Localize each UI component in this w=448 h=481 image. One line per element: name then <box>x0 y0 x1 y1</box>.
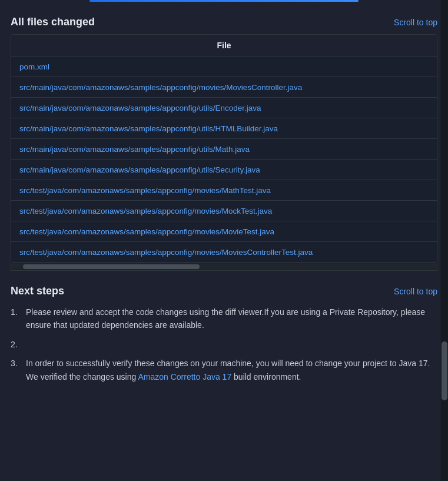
next-steps-content: 1. Please review and accept the code cha… <box>11 306 437 383</box>
next-steps-item-3: 3. In order to successfully verify these… <box>11 357 437 383</box>
list-text-3: In order to successfully verify these ch… <box>26 357 437 383</box>
scrollbar-thumb[interactable] <box>23 264 200 269</box>
list-text-1: Please review and accept the code change… <box>26 306 437 332</box>
scroll-to-top-link-next-steps[interactable]: Scroll to top <box>394 287 437 296</box>
file-link[interactable]: src/test/java/com/amazonaws/samples/appc… <box>19 186 271 195</box>
sidebar-thumb[interactable] <box>442 341 447 400</box>
scrollbar-track <box>11 264 437 269</box>
next-steps-item-1: 1. Please review and accept the code cha… <box>11 306 437 332</box>
next-steps-title: Next steps <box>11 285 64 297</box>
scroll-to-top-link-all-files[interactable]: Scroll to top <box>394 18 437 27</box>
horizontal-scrollbar[interactable] <box>11 263 437 271</box>
file-row[interactable]: src/test/java/com/amazonaws/samples/appc… <box>11 221 437 242</box>
top-progress-bar <box>89 0 359 2</box>
file-link[interactable]: pom.xml <box>19 62 49 71</box>
file-row[interactable]: src/main/java/com/amazonaws/samples/appc… <box>11 139 437 160</box>
list-number-2: 2. <box>11 338 21 351</box>
file-row[interactable]: pom.xml <box>11 57 437 77</box>
file-row[interactable]: src/main/java/com/amazonaws/samples/appc… <box>11 77 437 98</box>
file-link[interactable]: src/main/java/com/amazonaws/samples/appc… <box>19 124 278 133</box>
file-link[interactable]: src/main/java/com/amazonaws/samples/appc… <box>19 104 261 112</box>
file-link[interactable]: src/main/java/com/amazonaws/samples/appc… <box>19 165 260 174</box>
next-steps-list: 1. Please review and accept the code cha… <box>11 306 437 383</box>
file-row[interactable]: src/main/java/com/amazonaws/samples/appc… <box>11 160 437 180</box>
list-number-1: 1. <box>11 306 21 332</box>
next-steps-section: Next steps Scroll to top 1. Please revie… <box>11 285 437 383</box>
page-wrapper: All files changed Scroll to top File pom… <box>0 3 448 401</box>
next-steps-header: Next steps Scroll to top <box>11 285 437 297</box>
file-row[interactable]: src/test/java/com/amazonaws/samples/appc… <box>11 201 437 221</box>
file-link[interactable]: src/test/java/com/amazonaws/samples/appc… <box>19 248 313 257</box>
file-row[interactable]: src/test/java/com/amazonaws/samples/appc… <box>11 242 437 262</box>
all-files-header: All files changed Scroll to top <box>11 9 437 34</box>
file-table-column-header: File <box>11 35 437 57</box>
file-row[interactable]: src/main/java/com/amazonaws/samples/appc… <box>11 98 437 118</box>
file-link[interactable]: src/main/java/com/amazonaws/samples/appc… <box>19 145 250 154</box>
file-rows-container: pom.xmlsrc/main/java/com/amazonaws/sampl… <box>11 57 437 262</box>
file-link[interactable]: src/test/java/com/amazonaws/samples/appc… <box>19 207 272 215</box>
file-table: File pom.xmlsrc/main/java/com/amazonaws/… <box>11 34 437 263</box>
sidebar-scrollbar[interactable] <box>440 0 448 481</box>
file-row[interactable]: src/main/java/com/amazonaws/samples/appc… <box>11 118 437 139</box>
amazon-corretto-link[interactable]: Amazon Corretto Java 17 <box>138 372 231 382</box>
file-row[interactable]: src/test/java/com/amazonaws/samples/appc… <box>11 180 437 201</box>
file-link[interactable]: src/main/java/com/amazonaws/samples/appc… <box>19 83 302 92</box>
file-link[interactable]: src/test/java/com/amazonaws/samples/appc… <box>19 227 274 236</box>
all-files-title: All files changed <box>11 16 95 28</box>
next-steps-item-2: 2. <box>11 338 437 351</box>
list-number-3: 3. <box>11 357 21 383</box>
